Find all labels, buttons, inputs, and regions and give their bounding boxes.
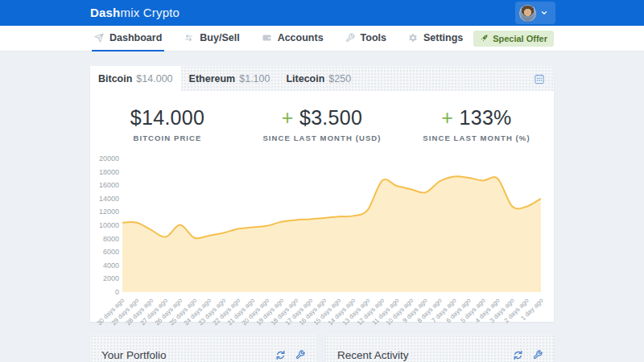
- y-axis-tick: 14000: [90, 195, 119, 203]
- refresh-icon[interactable]: [275, 350, 286, 360]
- stat-1: + $3.500SINCE LAST MONTH (USD): [245, 91, 399, 153]
- y-axis-tick: 0: [90, 288, 119, 296]
- nav-item-label: Tools: [361, 32, 386, 43]
- stat-0: $14.000BITCOIN PRICE: [90, 91, 245, 153]
- refresh-icon[interactable]: [513, 350, 523, 360]
- card-actions: [275, 350, 305, 360]
- nav-item-settings[interactable]: Settings: [406, 26, 465, 51]
- chevron-down-icon: [541, 10, 547, 16]
- price-chart: 0200040006000800010000120001400016000180…: [90, 153, 554, 319]
- portfolio-card: Your Portfolio: [90, 335, 316, 362]
- y-axis-tick: 4000: [90, 261, 119, 269]
- stat-label: SINCE LAST MONTH (%): [423, 134, 530, 142]
- wrench-icon[interactable]: [295, 350, 305, 360]
- y-axis-tick: 16000: [90, 181, 119, 189]
- stat-number: 133%: [460, 106, 512, 129]
- nav-item-accounts[interactable]: Accounts: [259, 26, 326, 51]
- user-menu-button[interactable]: [515, 2, 555, 24]
- y-axis-tick: 8000: [90, 235, 119, 243]
- nav-items: DashboardBuy/SellAccountsToolsSettings: [92, 26, 465, 51]
- card-header: Recent Activity: [326, 335, 554, 362]
- rocket-icon: [480, 34, 489, 43]
- tab-coin-price: $14.000: [136, 73, 172, 84]
- special-offer-label: Special Offer: [493, 34, 547, 43]
- y-axis-tick: 6000: [90, 248, 119, 256]
- calendar-icon[interactable]: [534, 73, 545, 84]
- card-title: Your Portfolio: [101, 349, 167, 361]
- gear-icon: [408, 33, 418, 43]
- card-title: Recent Activity: [337, 349, 409, 361]
- tab-bitcoin[interactable]: Bitcoin$14.000: [90, 66, 181, 91]
- nav-item-label: Dashboard: [109, 32, 162, 43]
- y-axis-tick: 2000: [90, 274, 119, 282]
- brand-logo[interactable]: Dashmix Crypto: [90, 0, 180, 26]
- paper-plane-icon: [94, 33, 104, 43]
- y-axis-tick: 10000: [90, 221, 119, 229]
- chart-area-fill: [122, 176, 541, 292]
- card-actions: [513, 350, 543, 360]
- plus-sign: +: [441, 106, 453, 129]
- tab-coin-price: $1.100: [239, 73, 270, 84]
- top-bar: Dashmix Crypto: [0, 0, 644, 26]
- stats-row: $14.000BITCOIN PRICE+ $3.500SINCE LAST M…: [90, 91, 554, 153]
- recent-activity-card: Recent Activity: [326, 335, 554, 362]
- nav-item-label: Settings: [423, 32, 463, 43]
- brand-bold: Dash: [90, 6, 120, 19]
- stat-value: $14.000: [130, 106, 204, 130]
- y-axis-tick: 12000: [90, 208, 119, 216]
- wrench-icon[interactable]: [533, 350, 543, 360]
- card-header: Your Portfolio: [90, 335, 316, 362]
- wallet-icon: [262, 33, 272, 43]
- nav-item-buysell[interactable]: Buy/Sell: [181, 26, 242, 51]
- tab-coin-price: $250: [328, 73, 351, 84]
- stat-number: $14.000: [130, 106, 204, 129]
- stat-2: + 133%SINCE LAST MONTH (%): [399, 91, 554, 153]
- nav-item-tools[interactable]: Tools: [343, 26, 389, 51]
- y-axis-tick: 20000: [90, 154, 119, 162]
- special-offer-button[interactable]: Special Offer: [473, 31, 554, 47]
- price-overview-card: Bitcoin$14.000Ethereum$1.100Litecoin$250…: [90, 66, 554, 322]
- plus-sign: +: [282, 106, 294, 129]
- nav-item-label: Buy/Sell: [200, 32, 239, 43]
- y-axis-tick: 18000: [90, 168, 119, 176]
- stat-number: $3.500: [299, 106, 362, 129]
- tab-ethereum[interactable]: Ethereum$1.100: [181, 66, 279, 91]
- nav-item-label: Accounts: [278, 32, 324, 43]
- main-nav: DashboardBuy/SellAccountsToolsSettings S…: [0, 26, 644, 51]
- coin-tabs: Bitcoin$14.000Ethereum$1.100Litecoin$250: [90, 66, 554, 91]
- tab-litecoin[interactable]: Litecoin$250: [278, 66, 359, 91]
- wrench-icon: [345, 33, 355, 43]
- stat-label: BITCOIN PRICE: [133, 134, 201, 142]
- swap-arrows-icon: [184, 33, 194, 43]
- stat-value: + 133%: [441, 106, 511, 130]
- user-avatar: [519, 5, 536, 22]
- tab-coin-name: Ethereum: [189, 73, 236, 84]
- price-chart-svg: [122, 158, 541, 292]
- stat-label: SINCE LAST MONTH (USD): [262, 134, 381, 142]
- tab-coin-name: Bitcoin: [98, 73, 132, 84]
- stat-value: + $3.500: [282, 106, 362, 130]
- brand-rest: mix Crypto: [120, 6, 180, 19]
- tab-coin-name: Litecoin: [286, 73, 324, 84]
- nav-item-dashboard[interactable]: Dashboard: [92, 26, 164, 51]
